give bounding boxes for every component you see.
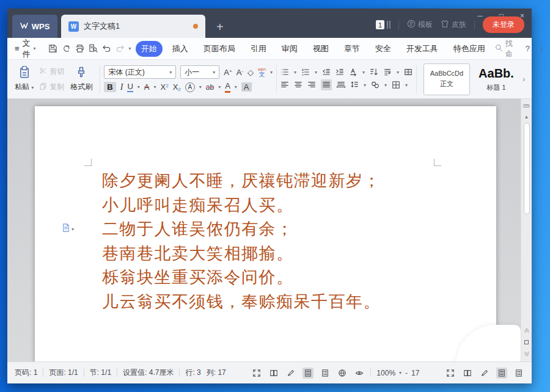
text-direction-button[interactable]	[349, 68, 358, 76]
align-left-button[interactable]	[280, 81, 289, 89]
underline-button[interactable]: U	[127, 82, 133, 92]
numbered-list-button[interactable]	[301, 68, 310, 76]
skin-button[interactable]: 皮肤	[441, 20, 466, 30]
login-button[interactable]: 未登录	[483, 16, 524, 33]
zoom-caret-icon[interactable]: ▾	[399, 370, 402, 376]
outline-view-button-2[interactable]	[513, 368, 524, 379]
next-page-button[interactable]	[524, 349, 530, 360]
new-tab-button[interactable]: +	[216, 21, 224, 33]
status-page-number[interactable]: 页码: 1	[15, 368, 37, 378]
paragraph-marks-button[interactable]	[383, 68, 392, 76]
scrollbar-thumb[interactable]	[524, 123, 530, 214]
increase-indent-button[interactable]	[336, 68, 344, 76]
write-mode-button-2[interactable]	[479, 368, 490, 379]
zoom-minus-button[interactable]: -	[405, 369, 408, 377]
pinyin-caret-icon[interactable]: ▾	[270, 70, 273, 75]
web-view-button[interactable]	[337, 368, 348, 379]
menu-tab-special-apps[interactable]: 特色应用	[448, 41, 491, 57]
bold-button[interactable]: B	[104, 82, 116, 92]
poem-line[interactable]: 除夕更阑人不睡，厌禳钝滞迎新岁；	[102, 169, 381, 193]
more-options-icon[interactable]: ⋮	[538, 44, 546, 53]
cut-button[interactable]: 剪切	[40, 67, 64, 77]
strikethrough-button[interactable]: A	[144, 82, 150, 92]
align-center-button[interactable]	[294, 81, 302, 89]
shading-caret-icon[interactable]: ▾	[384, 82, 387, 88]
status-section[interactable]: 节: 1/1	[90, 368, 111, 378]
numbered-caret-icon[interactable]: ▾	[315, 70, 317, 75]
pinyin-guide-button[interactable]: wén 文	[258, 67, 266, 78]
format-painter-button[interactable]: 格式刷	[67, 62, 96, 96]
fullscreen-view-button[interactable]	[251, 368, 262, 379]
style-normal[interactable]: AaBbCcDd 正文	[424, 64, 470, 95]
poem-line[interactable]: 二物于人谁吴侬仍有余；	[102, 217, 381, 241]
justify-button[interactable]	[321, 79, 332, 90]
decrease-indent-button[interactable]	[322, 68, 331, 76]
paste-options-float-button[interactable]: ▾	[62, 223, 74, 234]
read-view-button-2[interactable]	[462, 368, 473, 379]
strikethrough-caret-icon[interactable]: ▾	[154, 84, 156, 90]
document-tab[interactable]: W 文字文稿1	[61, 15, 205, 38]
text-direction-caret-icon[interactable]: ▾	[362, 70, 365, 75]
ruler-toggle-icon[interactable]	[523, 101, 530, 112]
read-view-button[interactable]	[268, 368, 279, 379]
bullet-caret-icon[interactable]: ▾	[294, 70, 296, 75]
write-mode-button[interactable]	[285, 368, 296, 379]
distribute-button[interactable]	[337, 81, 345, 89]
menu-tab-view[interactable]: 视图	[307, 41, 334, 57]
menu-tab-security[interactable]: 安全	[370, 41, 397, 57]
poem-line[interactable]: 儿云翁买不须钱，奉赊痴呆千百年。	[102, 289, 381, 314]
status-pages[interactable]: 页面: 1/1	[49, 368, 78, 378]
line-spacing-button[interactable]	[350, 81, 359, 89]
font-color-caret-icon[interactable]: ▾	[235, 84, 237, 90]
borders-caret-icon[interactable]: ▾	[405, 82, 408, 88]
paragraph-marks-caret-icon[interactable]: ▾	[397, 70, 399, 75]
sort-button[interactable]	[370, 68, 378, 76]
font-color-button[interactable]: A	[225, 82, 230, 92]
highlight-button[interactable]: ab	[206, 83, 214, 92]
page-view-button[interactable]	[302, 368, 314, 379]
clear-format-button[interactable]: ◇	[248, 68, 254, 76]
menu-tab-review[interactable]: 审阅	[276, 41, 303, 57]
status-setting-value[interactable]: 设置值: 4.7厘米	[123, 368, 174, 378]
page-view-button-2[interactable]	[496, 368, 507, 379]
align-right-button[interactable]	[307, 81, 316, 89]
eye-protect-button[interactable]	[354, 368, 365, 379]
menu-tab-section[interactable]: 章节	[339, 41, 365, 57]
window-count-badge[interactable]: 1	[376, 20, 384, 29]
outline-view-button[interactable]	[320, 368, 331, 379]
document-text[interactable]: 除夕更阑人不睡，厌禳钝滞迎新岁； 小儿呼叫走痴呆召人买。 二物于人谁吴侬仍有余；…	[102, 169, 381, 313]
print-preview-button[interactable]	[89, 44, 98, 53]
line-spacing-caret-icon[interactable]: ▾	[364, 82, 366, 88]
menu-tab-insert[interactable]: 插入	[167, 41, 194, 57]
bullet-list-button[interactable]	[280, 68, 289, 76]
print-button[interactable]	[75, 44, 84, 53]
fullscreen-view-button-2[interactable]	[445, 368, 456, 379]
vertical-scrollbar[interactable]: ▲	[521, 99, 532, 361]
highlight-caret-icon[interactable]: ▾	[218, 84, 221, 90]
tab-setting-button[interactable]	[404, 68, 413, 76]
menu-tab-dev-tools[interactable]: 开发工具	[401, 41, 444, 57]
template-button[interactable]: 模板	[407, 20, 433, 30]
browse-object-button[interactable]	[524, 340, 529, 344]
scroll-up-icon[interactable]: ▲	[524, 114, 529, 120]
more-styles-chevron-icon[interactable]: ›	[522, 74, 525, 84]
font-size-select[interactable]: 小一 ▾	[180, 65, 219, 79]
decrease-font-button[interactable]: A-	[237, 68, 243, 76]
increase-font-button[interactable]: A+	[224, 68, 232, 76]
italic-button[interactable]: I	[120, 82, 123, 92]
zoom-level[interactable]: 100%	[376, 369, 395, 377]
quick-access-caret-icon[interactable]: ▾	[129, 46, 131, 51]
borders-button[interactable]	[392, 81, 400, 89]
paste-button[interactable]: 粘贴 ▾	[11, 62, 37, 96]
poem-line[interactable]: 栎翁块坐重买添令问价。	[102, 265, 381, 289]
help-button[interactable]: ?	[526, 44, 530, 53]
undo-button[interactable]	[102, 44, 111, 53]
subscript-button[interactable]: X2	[173, 83, 181, 91]
redo-button[interactable]	[116, 44, 125, 53]
poem-line[interactable]: 巷南巷北卖大笑相揶揄。	[102, 241, 381, 266]
document-page[interactable]: 除夕更阑人不睡，厌禳钝滞迎新岁； 小儿呼叫走痴呆召人买。 二物于人谁吴侬仍有余；…	[35, 106, 496, 361]
export-button[interactable]	[62, 44, 71, 53]
copy-button[interactable]: 复制	[40, 82, 64, 92]
save-button[interactable]	[48, 44, 57, 53]
text-effects-caret-icon[interactable]: ▾	[199, 84, 202, 90]
